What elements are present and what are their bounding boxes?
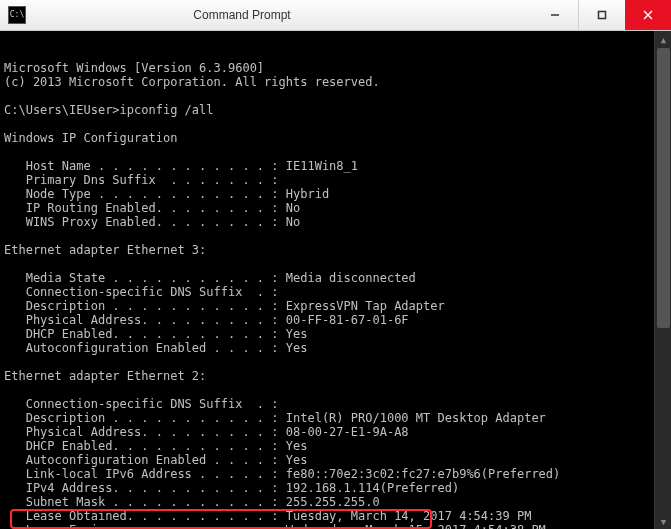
output-line: Node Type . . . . . . . . . . . . : Hybr… — [4, 187, 329, 201]
output-line: Lease Expires . . . . . . . . . . : Wedn… — [4, 523, 546, 529]
output-line: IP Routing Enabled. . . . . . . . : No — [4, 201, 300, 215]
scroll-down-arrow[interactable]: ▼ — [655, 513, 671, 529]
section-header: Ethernet adapter Ethernet 2: — [4, 369, 206, 383]
output-line: Description . . . . . . . . . . . : Expr… — [4, 299, 445, 313]
close-button[interactable] — [625, 0, 671, 30]
output-line: Physical Address. . . . . . . . . : 00-F… — [4, 313, 409, 327]
output-line: Connection-specific DNS Suffix . : — [4, 285, 279, 299]
minimize-button[interactable] — [532, 0, 578, 30]
output-line: Autoconfiguration Enabled . . . . : Yes — [4, 453, 307, 467]
svg-rect-1 — [599, 12, 606, 19]
command-text: ipconfig /all — [120, 103, 214, 117]
output-line: WINS Proxy Enabled. . . . . . . . : No — [4, 215, 300, 229]
minimize-icon — [550, 10, 560, 20]
section-header: Ethernet adapter Ethernet 3: — [4, 243, 206, 257]
terminal-content: Microsoft Windows [Version 6.3.9600] (c)… — [0, 59, 671, 529]
output-line: DHCP Enabled. . . . . . . . . . . : Yes — [4, 327, 307, 341]
output-line: Physical Address. . . . . . . . . : 08-0… — [4, 425, 409, 439]
scrollbar[interactable]: ▲ ▼ — [654, 31, 671, 529]
output-line: Primary Dns Suffix . . . . . . . : — [4, 173, 279, 187]
scroll-up-arrow[interactable]: ▲ — [655, 31, 671, 48]
output-line: Autoconfiguration Enabled . . . . : Yes — [4, 341, 307, 355]
output-line: Subnet Mask . . . . . . . . . . . : 255.… — [4, 495, 380, 509]
terminal[interactable]: Microsoft Windows [Version 6.3.9600] (c)… — [0, 31, 671, 529]
banner-line: Microsoft Windows [Version 6.3.9600] — [4, 61, 264, 75]
maximize-icon — [597, 10, 607, 20]
output-line: Description . . . . . . . . . . . : Inte… — [4, 411, 546, 425]
section-header: Windows IP Configuration — [4, 131, 177, 145]
output-line: Connection-specific DNS Suffix . : — [4, 397, 279, 411]
window-title: Command Prompt — [0, 8, 532, 22]
output-line: Media State . . . . . . . . . . . : Medi… — [4, 271, 416, 285]
output-line: DHCP Enabled. . . . . . . . . . . : Yes — [4, 439, 307, 453]
output-line: Link-local IPv6 Address . . . . . : fe80… — [4, 467, 560, 481]
output-line: Lease Obtained. . . . . . . . . . : Tues… — [4, 509, 531, 523]
titlebar[interactable]: C:\ Command Prompt — [0, 0, 671, 31]
maximize-button[interactable] — [579, 0, 625, 30]
scrollbar-thumb[interactable] — [657, 48, 670, 328]
output-line: Host Name . . . . . . . . . . . . : IE11… — [4, 159, 358, 173]
window-controls — [532, 0, 671, 30]
prompt: C:\Users\IEUser> — [4, 103, 120, 117]
banner-line: (c) 2013 Microsoft Corporation. All righ… — [4, 75, 380, 89]
close-icon — [643, 10, 653, 20]
output-line: IPv4 Address. . . . . . . . . . . : 192.… — [4, 481, 459, 495]
